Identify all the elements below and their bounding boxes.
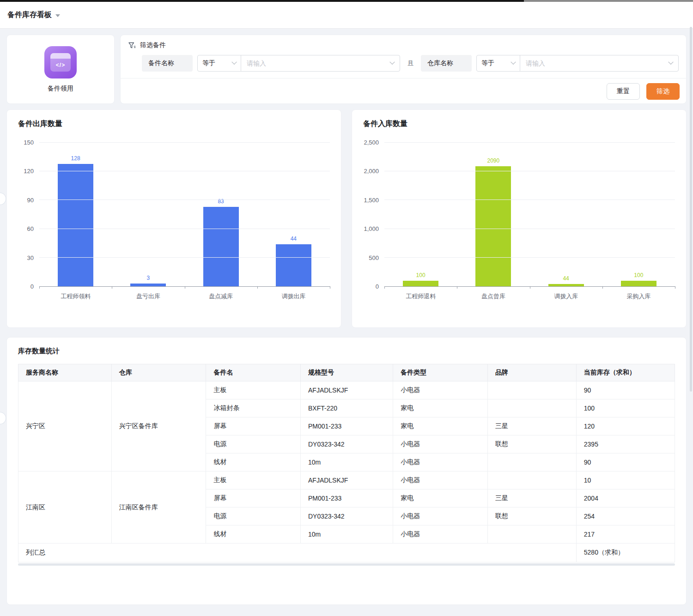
chevron-down-icon xyxy=(668,60,673,65)
gridline xyxy=(384,171,675,171)
part-name-input[interactable] xyxy=(247,60,390,67)
y-axis-tick-label: 30 xyxy=(27,254,34,261)
cell: 254 xyxy=(576,507,675,525)
x-axis-label: 采购入库 xyxy=(602,292,675,301)
bar[interactable] xyxy=(475,166,511,286)
column-header: 当前库存（求和） xyxy=(576,364,675,381)
gridline xyxy=(384,257,675,258)
x-axis-labels: 工程师领料盘亏出库盘点减库调拨出库 xyxy=(39,292,330,301)
column-header: 仓库 xyxy=(111,364,206,381)
y-axis: 0306090120150 xyxy=(18,143,39,287)
reset-button[interactable]: 重置 xyxy=(607,83,640,100)
bar[interactable] xyxy=(548,284,584,286)
cell xyxy=(487,399,576,417)
chevron-down-icon xyxy=(231,60,237,65)
x-axis-label: 调拨出库 xyxy=(257,292,330,301)
gridline xyxy=(384,142,675,143)
operator-select-warehouse-name[interactable]: 等于 xyxy=(476,55,520,72)
horizontal-scrollbar[interactable] xyxy=(18,563,675,566)
inventory-table: 服务商名称仓库备件名规格型号备件类型品牌当前库存（求和） 兴宁区兴宁区备件库主板… xyxy=(18,364,675,562)
cell: 小电器 xyxy=(393,471,488,489)
cell: 小电器 xyxy=(393,507,488,525)
bar-value-label: 2090 xyxy=(487,157,500,164)
bar[interactable] xyxy=(276,244,311,286)
cell: 家电 xyxy=(393,399,488,417)
cell: 10 xyxy=(576,471,675,489)
cell: 电源 xyxy=(206,435,301,453)
bar-value-label: 44 xyxy=(563,275,569,282)
bar-slot: 128 xyxy=(39,143,112,286)
column-header: 备件类型 xyxy=(393,364,488,381)
filter-panel-title: 筛选备件 xyxy=(140,41,166,49)
value-combobox-warehouse-name[interactable] xyxy=(520,55,679,72)
cell: 冰箱封条 xyxy=(206,399,301,417)
warehouse-name-input[interactable] xyxy=(526,60,669,67)
table-row: 兴宁区兴宁区备件库主板AFJADLSKJF小电器90 xyxy=(18,381,675,399)
y-axis-tick-label: 2,000 xyxy=(364,168,379,175)
cell: DY0323-342 xyxy=(301,435,393,453)
operator-select-part-name[interactable]: 等于 xyxy=(197,55,241,72)
cell xyxy=(487,381,576,399)
filter-funnel-icon xyxy=(128,42,136,49)
cell: PM001-233 xyxy=(301,489,393,507)
x-axis-label: 盘亏出库 xyxy=(112,292,184,301)
x-axis-tick xyxy=(39,286,40,289)
bar[interactable] xyxy=(130,284,166,286)
x-axis-label: 工程师退料 xyxy=(384,292,457,301)
cell: 线材 xyxy=(206,453,301,471)
cell: 联想 xyxy=(487,435,576,453)
x-axis-tick xyxy=(330,286,330,289)
x-axis-tick xyxy=(675,286,675,289)
column-header: 规格型号 xyxy=(301,364,393,381)
cell: 电源 xyxy=(206,507,301,525)
summary-label: 列汇总 xyxy=(18,544,577,562)
gridline xyxy=(39,257,330,258)
bar[interactable] xyxy=(203,207,239,286)
gridline xyxy=(39,171,330,171)
y-axis-tick-label: 0 xyxy=(376,283,379,290)
cell: 线材 xyxy=(206,525,301,544)
y-axis: 05001,0001,5002,0002,500 xyxy=(363,143,384,287)
y-axis-tick-label: 1,500 xyxy=(364,197,379,204)
value-combobox-part-name[interactable] xyxy=(241,55,400,72)
cell: 三星 xyxy=(487,489,576,507)
summary-value: 5280（求和） xyxy=(576,544,675,562)
inbound-quantity-chart: 备件入库数量 05001,0001,5002,0002,500 10020904… xyxy=(352,109,687,328)
summary-row: 列汇总5280（求和） xyxy=(18,544,675,562)
bar[interactable] xyxy=(621,281,657,286)
vertical-scrollbar-thumb[interactable] xyxy=(690,27,692,392)
app-shortcut-card[interactable]: </> 备件领用 xyxy=(6,35,115,104)
x-axis-tick xyxy=(384,286,385,289)
y-axis-tick-label: 150 xyxy=(24,139,34,146)
bar-value-label: 3 xyxy=(147,275,150,281)
cell: 2004 xyxy=(576,489,675,507)
bar[interactable] xyxy=(403,281,438,286)
chevron-down-icon xyxy=(389,60,395,65)
filter-actions: 重置 筛选 xyxy=(121,78,686,100)
column-header: 备件名 xyxy=(206,364,301,381)
cell: 小电器 xyxy=(393,381,488,399)
condition-joiner-label: 且 xyxy=(407,59,413,67)
chevron-down-icon[interactable] xyxy=(55,14,60,17)
chevron-down-icon xyxy=(511,60,516,65)
cell: PM001-233 xyxy=(301,417,393,435)
cell: 217 xyxy=(576,525,675,544)
gridline xyxy=(384,229,675,229)
x-axis-tick xyxy=(530,286,530,289)
bar[interactable] xyxy=(58,164,93,286)
filter-panel: 筛选备件 备件名称 等于 且 仓库名称 xyxy=(120,35,687,104)
table-header-row: 服务商名称仓库备件名规格型号备件类型品牌当前库存（求和） xyxy=(18,364,675,381)
cell: 主板 xyxy=(206,381,301,399)
filter-submit-button[interactable]: 筛选 xyxy=(646,83,680,100)
y-axis-tick-label: 500 xyxy=(369,254,379,261)
bar-slot: 100 xyxy=(384,143,457,286)
code-glyph: </> xyxy=(50,59,71,72)
filter-conditions-row: 备件名称 等于 且 仓库名称 等于 xyxy=(142,55,679,72)
cell: AFJADLSKJF xyxy=(301,471,393,489)
cell xyxy=(487,471,576,489)
cell: 10m xyxy=(301,453,393,471)
cell: 家电 xyxy=(393,489,488,507)
bar-value-label: 83 xyxy=(218,198,224,205)
y-axis-tick-label: 0 xyxy=(30,283,34,290)
page-title: 备件库存看板 xyxy=(7,10,52,20)
